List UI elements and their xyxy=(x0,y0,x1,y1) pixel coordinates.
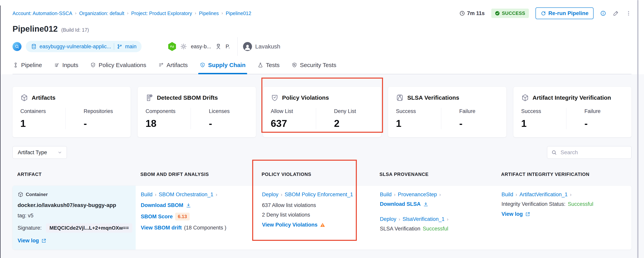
slsa-verification-status: Successful xyxy=(423,226,448,232)
metric-label: Allow List xyxy=(271,108,316,114)
user-name: Lavakush xyxy=(255,43,280,50)
flask-icon xyxy=(258,62,263,68)
policy-stage-link[interactable]: Deploy xyxy=(262,192,278,198)
crumb-separator: › xyxy=(281,192,282,198)
tab-inputs[interactable]: Inputs xyxy=(54,60,79,74)
breadcrumb-separator: › xyxy=(195,11,196,16)
card-title: Artifacts xyxy=(32,94,56,101)
view-sbom-drift-link[interactable]: View SBOM drift xyxy=(141,225,182,231)
breadcrumb-organization[interactable]: Organization: default xyxy=(79,10,124,16)
breadcrumb: Account: Automation-SSCA › Organization:… xyxy=(12,10,251,16)
sbom-cell: Build › SBOM Orchestration_1 › Download … xyxy=(136,186,257,250)
metric-value: 1 xyxy=(20,118,66,129)
edit-pencil-icon[interactable] xyxy=(613,10,619,16)
search-input[interactable] xyxy=(560,149,628,156)
artifact-type-label: Container xyxy=(26,192,48,197)
artifact-type-select[interactable]: Artifact Type xyxy=(12,146,67,159)
tab-supply-chain[interactable]: Supply Chain xyxy=(200,60,246,74)
slsa-verification-label: SLSA Verification xyxy=(380,226,420,232)
view-log-link[interactable]: View log xyxy=(18,238,39,244)
supply-chain-content: Artifacts Containers 1 Repositories - xyxy=(0,87,644,250)
cube-icon xyxy=(521,94,529,102)
artifact-image-name: docker.io/lavakush07/easy-buggy-app xyxy=(18,202,130,208)
sbom-step-link[interactable]: SBOM Orchestration_1 xyxy=(159,192,213,198)
service-icon xyxy=(215,43,222,50)
ci-module-icon xyxy=(12,42,22,51)
tab-policy-evaluations[interactable]: Policy Evaluations xyxy=(90,60,146,74)
slsa-verification-step-link[interactable]: SlsaVerification_1 xyxy=(402,216,444,222)
download-slsa-link[interactable]: Download SLSA xyxy=(380,201,421,207)
card-title: SLSA Verifications xyxy=(407,94,459,101)
breadcrumb-separator: › xyxy=(127,11,128,16)
view-policy-violations-link[interactable]: View Policy Violations xyxy=(262,222,318,228)
metric-label: Failure xyxy=(459,108,498,114)
column-header-artifact: ARTIFACT xyxy=(12,172,136,177)
metric-value: 1 xyxy=(396,118,441,129)
artifacts-table: ARTIFACT SBOM AND DRIFT ANALYSIS POLICY … xyxy=(12,172,632,250)
metric-label: Containers xyxy=(20,108,66,114)
breadcrumb-project[interactable]: Project: Product Exploratory xyxy=(131,10,192,16)
breadcrumb-current-pipeline[interactable]: Pipeline012 xyxy=(226,10,251,16)
tab-security-tests[interactable]: Security Tests xyxy=(291,60,337,74)
sbom-stage-link[interactable]: Build xyxy=(141,192,152,198)
integrity-build-stage-link[interactable]: Build xyxy=(502,192,513,198)
warning-triangle-icon xyxy=(320,222,325,228)
trigger-short[interactable]: P. xyxy=(226,44,230,50)
slsa-provenance-cell: Build › ProvenanceStep › Download SLSA D… xyxy=(375,186,496,250)
artifact-verification-step-link[interactable]: ArtifactVerification_1 xyxy=(520,192,568,198)
crumb-separator: › xyxy=(356,192,357,198)
provenance-step-link[interactable]: ProvenanceStep xyxy=(398,192,437,198)
summary-cards: Artifacts Containers 1 Repositories - xyxy=(12,87,632,137)
metric-value: 18 xyxy=(146,118,190,129)
allow-list-violations: 637 Allow list violations xyxy=(262,202,370,208)
execution-context-row: easybuggy-vulnerable-applic... main easy… xyxy=(12,39,632,54)
integrity-status-label: Integrity Verification Status: xyxy=(502,201,566,207)
artifact-tag: tag: v5 xyxy=(18,213,130,219)
execution-meta: 7m 11s SUCCESS Re-run Pipeline xyxy=(459,8,632,19)
search-icon xyxy=(551,150,557,156)
column-header-slsa-provenance: SLSA PROVENANCE xyxy=(375,172,496,177)
breadcrumb-account[interactable]: Account: Automation-SSCA xyxy=(12,10,72,16)
tab-pipeline[interactable]: Pipeline xyxy=(12,60,42,74)
breadcrumb-pipelines[interactable]: Pipelines xyxy=(199,10,219,16)
tab-label: Security Tests xyxy=(300,62,336,68)
column-header-sbom: SBOM AND DRIFT ANALYSIS xyxy=(136,172,257,177)
artifact-type-label: Artifact Type xyxy=(18,150,47,156)
artifact-integrity-cell: Build › ArtifactVerification_1 › Integri… xyxy=(496,186,632,250)
rerun-pipeline-button[interactable]: Re-run Pipeline xyxy=(536,8,594,19)
sbom-score-link[interactable]: SBOM Score xyxy=(141,214,173,220)
inputs-icon xyxy=(54,62,60,68)
slsa-deploy-stage-link[interactable]: Deploy xyxy=(380,216,396,222)
tab-label: Pipeline xyxy=(21,62,42,68)
tab-label: Supply Chain xyxy=(208,62,246,68)
more-options-kebab-icon[interactable] xyxy=(626,10,632,16)
download-icon xyxy=(423,202,428,207)
trigger-name[interactable]: easy-b... xyxy=(191,44,211,50)
table-row: Container docker.io/lavakush07/easy-bugg… xyxy=(12,186,632,250)
container-cube-icon xyxy=(18,192,24,198)
info-icon[interactable] xyxy=(600,10,606,16)
crumb-separator: › xyxy=(399,216,400,222)
metric-label: Success xyxy=(521,108,566,114)
metric-value: 1 xyxy=(521,118,566,129)
vertical-scrollbar[interactable] xyxy=(637,0,638,258)
rerun-pipeline-label: Re-run Pipeline xyxy=(548,10,588,16)
branch-icon xyxy=(117,44,122,49)
metric-label: Components xyxy=(146,108,190,114)
tab-artifacts[interactable]: Artifacts xyxy=(158,60,188,74)
trigger-webhook-icon xyxy=(168,42,176,51)
view-log-link[interactable]: View log xyxy=(502,211,523,217)
repo-branch-pill[interactable]: easybuggy-vulnerable-applic... main xyxy=(26,41,142,52)
signature-value[interactable]: MEQCICde2Vjl...L+2+mqnOXw== xyxy=(46,224,132,232)
policy-step-link[interactable]: SBOM Policy Enforcement_1 xyxy=(285,192,353,198)
metric-value: - xyxy=(584,118,624,129)
chevron-down-icon xyxy=(57,150,62,155)
sbom-document-icon xyxy=(146,94,153,102)
download-sbom-link[interactable]: Download SBOM xyxy=(141,202,184,208)
slsa-icon xyxy=(396,94,404,102)
tab-tests[interactable]: Tests xyxy=(257,60,280,74)
slsa-build-stage-link[interactable]: Build xyxy=(380,192,392,198)
card-artifacts: Artifacts Containers 1 Repositories - xyxy=(12,87,130,137)
metric-label: Success xyxy=(396,108,441,114)
column-header-integrity: ARTIFACT INTEGRITY VERIFICATION xyxy=(496,172,632,177)
